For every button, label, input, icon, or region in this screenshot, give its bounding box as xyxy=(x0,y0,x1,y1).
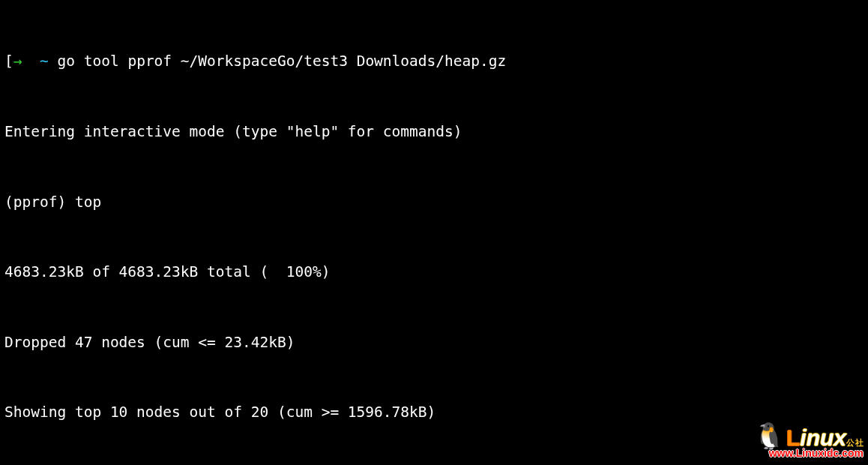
pprof-prompt: (pprof) xyxy=(4,194,75,211)
totals-line: 4683.23kB of 4683.23kB total ( 100%) xyxy=(4,260,864,284)
showing-line: Showing top 10 nodes out of 20 (cum >= 1… xyxy=(4,400,864,424)
command-line: [→ ~ go tool pprof ~/WorkspaceGo/test3 D… xyxy=(4,50,864,73)
prompt-arrow-icon: → xyxy=(13,52,22,70)
pprof-top-line: (pprof) top xyxy=(4,190,864,214)
entered-command: go tool pprof ~/WorkspaceGo/test3 Downlo… xyxy=(57,52,506,70)
mode-line: Entering interactive mode (type "help" f… xyxy=(4,120,864,143)
dropped-line: Dropped 47 nodes (cum <= 23.42kB) xyxy=(4,331,864,354)
prompt-cwd: ~ xyxy=(40,52,49,70)
terminal-output[interactable]: [→ ~ go tool pprof ~/WorkspaceGo/test3 D… xyxy=(0,0,868,465)
pprof-top-cmd: top xyxy=(75,194,101,211)
